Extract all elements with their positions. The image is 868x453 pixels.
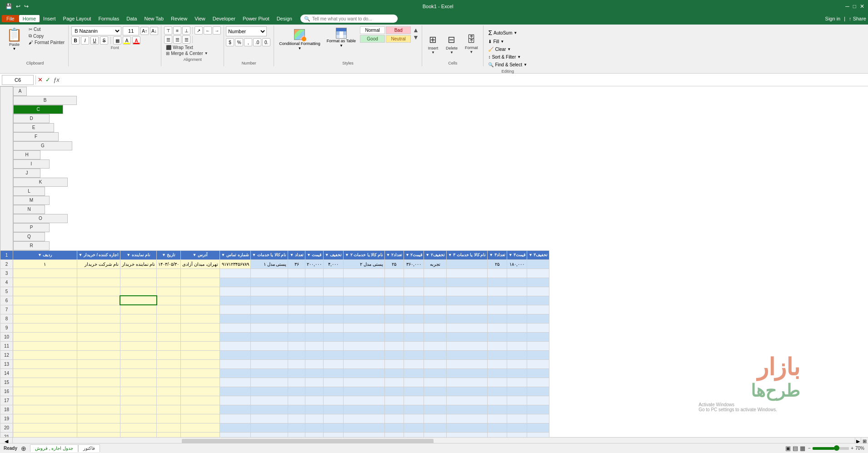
col-header-R[interactable]: R <box>13 241 50 250</box>
cell-D1[interactable]: تاریخ ▼ <box>157 250 181 259</box>
redo-icon[interactable]: ↪ <box>24 3 29 10</box>
cell-I2[interactable]: ۲۰۰,۰۰۰ <box>305 259 323 269</box>
cell-P1[interactable]: تعداد۳ ▼ <box>488 250 507 259</box>
col-header-G[interactable]: G <box>13 141 72 150</box>
decrease-decimal-btn[interactable]: 0. <box>262 38 270 46</box>
sheet-tab-1[interactable]: جدول اجاره , فروش <box>30 444 78 445</box>
align-left-btn[interactable]: ☰ <box>164 35 172 44</box>
insert-function-icon[interactable]: ƒx <box>53 76 60 83</box>
bold-button[interactable]: B <box>71 36 80 45</box>
strikethrough-button[interactable]: S <box>100 36 108 45</box>
new-sheet-btn[interactable]: ⊕ <box>21 445 26 446</box>
italic-button[interactable]: I <box>81 36 89 45</box>
col-header-E[interactable]: E <box>13 123 54 132</box>
style-bad[interactable]: Bad <box>386 26 411 34</box>
cell-A2[interactable]: ۱ <box>13 259 77 269</box>
col-header-M[interactable]: M <box>13 196 50 205</box>
autosum-btn[interactable]: Σ AutoSum ▼ <box>486 28 529 37</box>
normal-view-icon[interactable]: ▣ <box>785 445 791 445</box>
col-header-J[interactable]: J <box>13 169 40 178</box>
col-header-D[interactable]: D <box>13 114 50 123</box>
menu-formulas[interactable]: Formulas <box>95 15 123 22</box>
col-header-H[interactable]: H <box>13 150 40 159</box>
cell-G2[interactable]: پستی مدل ۱ <box>250 259 288 269</box>
menu-data[interactable]: Data <box>123 15 140 22</box>
menu-insert[interactable]: Insert <box>40 15 60 22</box>
font-family-select[interactable]: B Nazanin <box>71 26 121 35</box>
cell-E2[interactable]: تهران، میدان آزادی <box>181 259 220 269</box>
fill-btn[interactable]: ⬇ Fill ▼ <box>486 38 529 45</box>
cell-Q2[interactable]: ۱۸۰,۰۰۰ <box>507 259 527 269</box>
col-header-F[interactable]: F <box>13 132 59 141</box>
decrease-font-btn[interactable]: A↓ <box>150 27 158 35</box>
align-center-btn[interactable]: ☰ <box>173 35 181 44</box>
sheet-tab-2[interactable]: فاکتور <box>78 444 100 445</box>
paste-button[interactable]: 📋 Paste ▼ <box>4 26 25 60</box>
insert-btn[interactable]: ⊞ Insert ▼ <box>426 33 440 55</box>
cell-I1[interactable]: قیمت ▼ <box>305 250 323 259</box>
comma-btn[interactable]: , <box>244 38 252 46</box>
maximize-btn[interactable]: □ <box>853 3 856 10</box>
increase-font-btn[interactable]: A↑ <box>140 27 149 35</box>
cell-K1[interactable]: نام کالا یا خدمات ۲ ▼ <box>344 250 384 259</box>
search-input[interactable] <box>312 16 394 21</box>
delete-btn[interactable]: ⊟ Delete ▼ <box>444 33 459 55</box>
style-good[interactable]: Good <box>360 35 385 43</box>
col-header-L[interactable]: L <box>13 187 45 196</box>
cell-C1[interactable]: نام نماینده ▼ <box>120 250 157 259</box>
cell-N2[interactable]: تجربه <box>424 259 446 269</box>
cell-H2[interactable]: ۳۶ <box>288 259 305 269</box>
currency-btn[interactable]: $ <box>226 38 234 46</box>
number-format-select[interactable]: Number General Currency Percentage Short… <box>226 26 267 36</box>
align-top-btn[interactable]: ⊤ <box>164 26 172 35</box>
percent-btn[interactable]: % <box>235 38 243 46</box>
format-as-table-btn[interactable]: Format as Table ▼ <box>324 26 358 49</box>
cell-O1[interactable]: نام کالا یا خدمات ۳ ▼ <box>446 250 487 259</box>
underline-button[interactable]: U <box>90 36 99 45</box>
cancel-formula-icon[interactable]: ✕ <box>38 76 43 83</box>
border-button[interactable]: ▦ <box>113 36 121 45</box>
style-neutral[interactable]: Neutral <box>386 35 411 43</box>
cell-O2[interactable] <box>446 259 487 269</box>
cell-F2[interactable]: ۹۱۷۱۲۳۴۵۶۷۸۹ <box>219 259 250 269</box>
cell-G1[interactable]: نام کالا یا خدمات ▼ <box>250 250 288 259</box>
cell-H1[interactable]: تعداد ▼ <box>288 250 305 259</box>
col-header-P[interactable]: P <box>13 223 50 232</box>
cell-R2[interactable] <box>527 259 549 269</box>
col-header-B[interactable]: B <box>13 96 77 105</box>
styles-expand-btn[interactable]: ▲ <box>413 26 419 34</box>
font-size-input[interactable] <box>123 26 139 35</box>
menu-developer[interactable]: Developer <box>209 15 239 22</box>
col-header-K[interactable]: K <box>13 178 68 187</box>
share-btn[interactable]: ↑ Share <box>849 16 866 21</box>
col-header-C[interactable]: C <box>13 105 63 114</box>
menu-home[interactable]: Home <box>19 15 40 22</box>
cell-L1[interactable]: تعداد۲ ▼ <box>384 250 404 259</box>
col-header-Q[interactable]: Q <box>13 232 45 241</box>
menu-review[interactable]: Review <box>167 15 191 22</box>
menu-power-pivot[interactable]: Power Pivot <box>239 15 273 22</box>
cell-R1[interactable]: تخفیف۳ ▼ <box>527 250 549 259</box>
clear-btn[interactable]: 🧹 Clear ▼ <box>486 46 529 53</box>
confirm-formula-icon[interactable]: ✓ <box>45 76 50 83</box>
col-header-I[interactable]: I <box>13 159 50 169</box>
cell-B2[interactable]: نام شرکت خریدار <box>77 259 120 269</box>
menu-page-layout[interactable]: Page Layout <box>60 15 95 22</box>
wrap-text-button[interactable]: ⬛ Wrap Text <box>164 45 195 50</box>
menu-new-tab[interactable]: New Tab <box>140 15 167 22</box>
cell-M1[interactable]: قیمت۲ ▼ <box>404 250 424 259</box>
cell-Q1[interactable]: قیمت۳ ▼ <box>507 250 527 259</box>
cell-D2[interactable]: ۱۴۰۳/۰۵/۳۰ <box>157 259 181 269</box>
page-break-icon[interactable]: ▦ <box>800 445 805 445</box>
orient-btn[interactable]: ↗ <box>195 26 203 35</box>
undo-icon[interactable]: ↩ <box>16 3 20 10</box>
cell-J1[interactable]: تخفیف ▼ <box>323 250 343 259</box>
formula-input[interactable] <box>61 77 866 83</box>
save-icon[interactable]: 💾 <box>5 3 12 10</box>
sign-in-btn[interactable]: Sign in <box>825 16 841 21</box>
style-normal[interactable]: Normal <box>360 26 385 34</box>
window-controls[interactable]: ─ □ ✕ <box>845 3 864 10</box>
col-header-O[interactable]: O <box>13 214 68 223</box>
col-header-N[interactable]: N <box>13 205 45 214</box>
font-color-button[interactable]: A <box>132 36 140 45</box>
